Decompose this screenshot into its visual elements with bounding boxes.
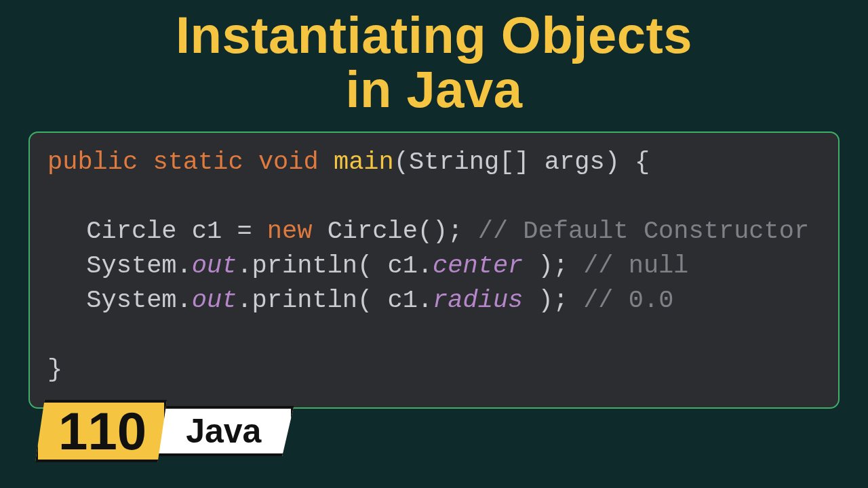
l3-comment: // 0.0 (583, 286, 673, 314)
l2-comment: // null (583, 251, 688, 280)
title-line-1: Instantiating Objects (176, 6, 692, 64)
code-close-brace: } (47, 352, 821, 387)
signature-rest: (String[] args) { (394, 148, 650, 176)
title-line-2: in Java (345, 60, 522, 118)
field-center: center (433, 251, 523, 280)
code-line-signature: public static void main(String[] args) { (47, 145, 821, 180)
method-main: main (334, 148, 394, 176)
l1-pre: Circle c1 = (86, 217, 267, 245)
code-block: public static void main(String[] args) {… (28, 131, 840, 409)
code-line-3: System.out.println( c1.radius ); // 0.0 (86, 283, 821, 318)
field-radius: radius (433, 286, 523, 314)
l2-mid: .println( c1. (237, 251, 433, 280)
keyword-void: void (258, 148, 319, 176)
blank-line-2 (47, 318, 821, 352)
blank-line (47, 180, 821, 214)
code-line-2: System.out.println( c1.center ); // null (86, 249, 821, 283)
lesson-number-badge: 110 (35, 400, 167, 462)
l1-post: Circle(); (312, 217, 477, 245)
language-badge: Java (148, 406, 294, 456)
l3-post: ); (523, 286, 583, 314)
l2-sys: System. (86, 251, 191, 280)
l2-post: ); (523, 251, 583, 280)
slide-title: Instantiating Objects in Java (0, 0, 868, 117)
badge-group: 110 Java (35, 400, 294, 462)
code-line-1: Circle c1 = new Circle(); // Default Con… (86, 214, 821, 249)
field-out-1: out (192, 251, 237, 280)
l3-sys: System. (86, 286, 191, 314)
keyword-new: new (267, 217, 313, 245)
keyword-static: static (153, 148, 243, 176)
l3-mid: .println( c1. (237, 286, 433, 314)
l1-comment: // Default Constructor (478, 217, 809, 245)
keyword-public: public (47, 148, 138, 176)
field-out-2: out (192, 286, 237, 314)
